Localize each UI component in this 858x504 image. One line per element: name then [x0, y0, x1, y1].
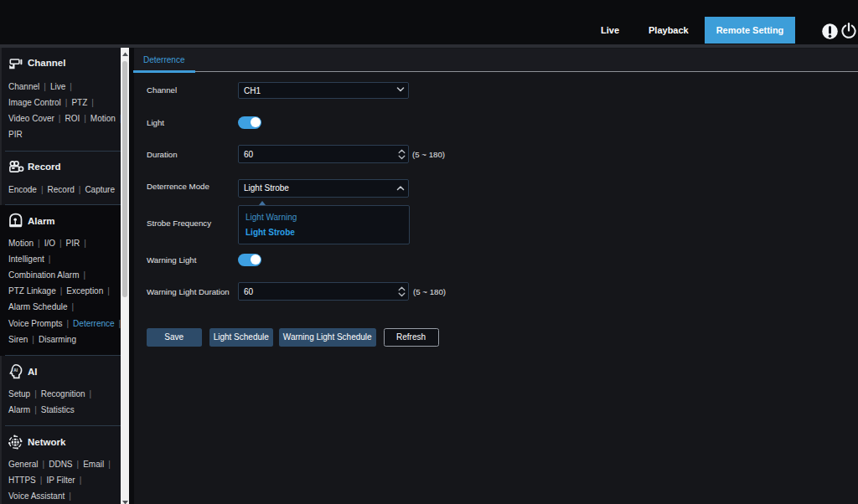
svg-text:AI: AI: [13, 368, 18, 373]
